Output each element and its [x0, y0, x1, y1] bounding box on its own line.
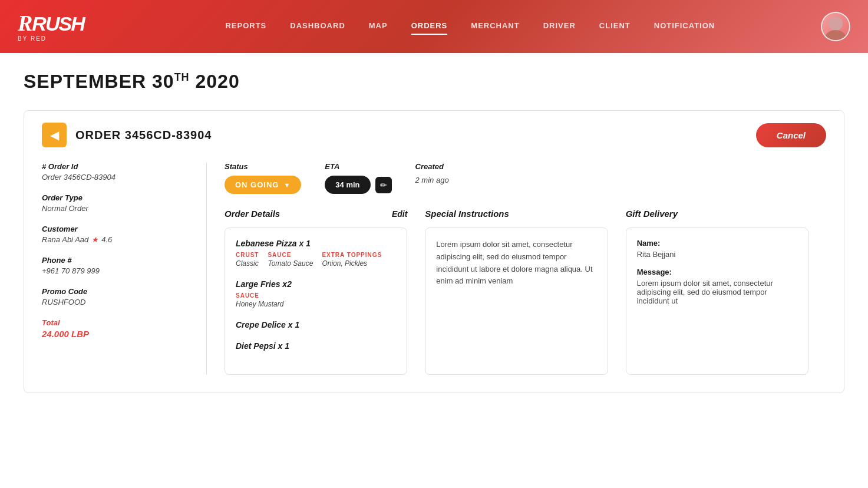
edit-link[interactable]: Edit	[392, 209, 407, 219]
order-details-column: Order Details Edit Lebanese Pizza x 1 CR…	[225, 209, 407, 375]
gift-delivery-column: Gift Delivery Name: Rita Bejjani Message…	[626, 209, 808, 375]
list-item: Lebanese Pizza x 1 CRUST Classic SAUCE T…	[236, 239, 396, 268]
avatar-image	[821, 12, 850, 41]
eta-badge: 34 min	[325, 176, 370, 194]
item-options: SAUCE Honey Mustard	[236, 292, 396, 308]
logo: RRUSH	[18, 12, 84, 34]
promo-value: RUSHFOOD	[42, 298, 189, 306]
order-details-title: Order Details	[225, 209, 280, 219]
total-label: Total	[42, 318, 189, 327]
list-item: Diet Pepsi x 1	[236, 341, 396, 351]
list-item: Large Fries x2 SAUCE Honey Mustard	[236, 279, 396, 308]
star-icon: ★	[91, 235, 98, 244]
order-title: ORDER 3456CD-83904	[75, 128, 212, 142]
logo-area: RRUSH BY RED	[18, 12, 84, 42]
order-body: # Order Id Order 3456CD-83904 Order Type…	[42, 162, 826, 375]
option-group: EXTRA TOPPINGS Onion, Pickles	[322, 252, 382, 268]
nav-merchant[interactable]: MERCHANT	[471, 21, 519, 32]
item-name: Lebanese Pizza x 1	[236, 239, 396, 248]
main-nav: REPORTS DASHBOARD MAP ORDERS MERCHANT DR…	[120, 21, 821, 32]
customer-value: Rana Abi Aad ★ 4.6	[42, 235, 189, 244]
customer-label: Customer	[42, 225, 189, 233]
order-type-value: Normal Order	[42, 204, 189, 213]
instructions-box: Lorem ipsum dolor sit amet, consectetur …	[425, 227, 608, 375]
gift-delivery-header: Gift Delivery	[626, 209, 808, 219]
order-header-left: ◀ ORDER 3456CD-83904	[42, 123, 212, 147]
eta-section: ETA 34 min ✏	[325, 162, 391, 194]
order-id-label: # Order Id	[42, 162, 189, 171]
logo-sub: BY RED	[18, 35, 47, 42]
nav-map[interactable]: MAP	[369, 21, 388, 32]
phone-label: Phone #	[42, 256, 189, 265]
order-details-section: Order Details Edit Lebanese Pizza x 1 CR…	[225, 209, 808, 375]
instructions-text: Lorem ipsum dolor sit amet, consectetur …	[436, 239, 596, 288]
special-instructions-column: Special Instructions Lorem ipsum dolor s…	[425, 209, 608, 375]
option-group: SAUCE Honey Mustard	[236, 292, 283, 308]
svg-point-0	[829, 17, 843, 31]
gift-message-value: Lorem ipsum dolor sit amet, consectetur …	[637, 279, 797, 305]
nav-driver[interactable]: DRIVER	[543, 21, 576, 32]
details-header: Order Details Edit	[225, 209, 407, 219]
nav-orders[interactable]: ORDERS	[411, 21, 448, 32]
header: RRUSH BY RED REPORTS DASHBOARD MAP ORDER…	[0, 0, 868, 53]
order-card: ◀ ORDER 3456CD-83904 Cancel # Order Id O…	[24, 110, 844, 393]
order-info-column: # Order Id Order 3456CD-83904 Order Type…	[42, 162, 207, 375]
created-section: Created 2 min ago	[415, 162, 449, 184]
total-value: 24.000 LBP	[42, 329, 189, 339]
nav-notification[interactable]: NOTIFICATION	[654, 21, 715, 32]
order-type-label: Order Type	[42, 193, 189, 202]
gift-name-value: Rita Bejjani	[637, 250, 797, 259]
order-id-value: Order 3456CD-83904	[42, 173, 189, 182]
status-field-label: Status	[225, 162, 301, 171]
page-content: SEPTEMBER 30TH 2020 ◀ ORDER 3456CD-83904…	[0, 53, 868, 488]
cancel-button[interactable]: Cancel	[756, 123, 826, 147]
gift-box: Name: Rita Bejjani Message: Lorem ipsum …	[626, 227, 808, 375]
list-item: Crepe Delice x 1	[236, 320, 396, 329]
status-row: Status ON GOING ▼ ETA 34 min	[225, 162, 808, 194]
special-instructions-header: Special Instructions	[425, 209, 608, 219]
phone-section: Phone # +961 70 879 999	[42, 256, 189, 275]
gift-name-field: Name: Rita Bejjani	[637, 239, 797, 259]
nav-reports[interactable]: REPORTS	[225, 21, 266, 32]
item-options: CRUST Classic SAUCE Tomato Sauce EXTRA T…	[236, 252, 396, 268]
item-name: Diet Pepsi x 1	[236, 341, 396, 351]
edit-icon: ✏	[380, 180, 387, 190]
gift-message-label: Message:	[637, 268, 797, 276]
special-instructions-title: Special Instructions	[425, 209, 509, 219]
back-button[interactable]: ◀	[42, 123, 67, 147]
promo-label: Promo Code	[42, 287, 189, 296]
items-box: Lebanese Pizza x 1 CRUST Classic SAUCE T…	[225, 227, 407, 375]
gift-delivery-title: Gift Delivery	[626, 209, 678, 219]
option-group: SAUCE Tomato Sauce	[268, 252, 313, 268]
item-name: Large Fries x2	[236, 279, 396, 289]
order-id-section: # Order Id Order 3456CD-83904	[42, 162, 189, 182]
customer-section: Customer Rana Abi Aad ★ 4.6	[42, 225, 189, 244]
svg-point-1	[825, 30, 846, 41]
gift-name-label: Name:	[637, 239, 797, 248]
eta-edit-button[interactable]: ✏	[375, 177, 392, 193]
option-group: CRUST Classic	[236, 252, 259, 268]
nav-dashboard[interactable]: DASHBOARD	[290, 21, 345, 32]
status-dropdown-icon: ▼	[283, 182, 291, 189]
item-name: Crepe Delice x 1	[236, 320, 396, 329]
promo-section: Promo Code RUSHFOOD	[42, 287, 189, 306]
gift-message-field: Message: Lorem ipsum dolor sit amet, con…	[637, 268, 797, 305]
phone-value: +961 70 879 999	[42, 266, 189, 275]
status-section: Status ON GOING ▼	[225, 162, 301, 194]
order-type-section: Order Type Normal Order	[42, 193, 189, 213]
status-badge[interactable]: ON GOING ▼	[225, 176, 301, 194]
eta-row: 34 min ✏	[325, 176, 391, 194]
page-title: SEPTEMBER 30TH 2020	[24, 71, 844, 93]
created-field-label: Created	[415, 162, 449, 171]
order-header: ◀ ORDER 3456CD-83904 Cancel	[42, 123, 826, 147]
nav-client[interactable]: CLIENT	[599, 21, 631, 32]
total-section: Total 24.000 LBP	[42, 318, 189, 339]
eta-field-label: ETA	[325, 162, 391, 171]
avatar[interactable]	[821, 12, 850, 41]
created-value: 2 min ago	[415, 176, 449, 184]
order-main-column: Status ON GOING ▼ ETA 34 min	[207, 162, 826, 375]
